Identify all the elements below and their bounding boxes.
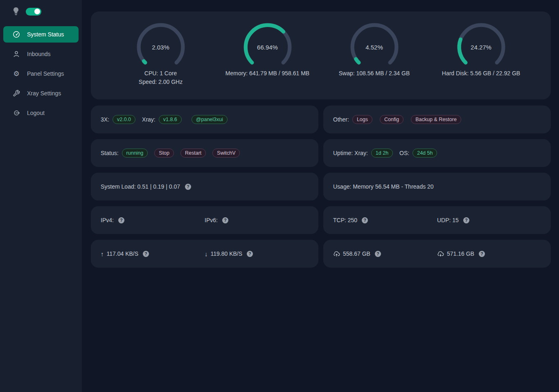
- sidebar-item-label: Inbounds: [27, 51, 51, 57]
- telegram-tag[interactable]: @panel3xui: [192, 115, 228, 124]
- disk-gauge-block: 24.27% Hard Disk: 5.56 GB / 22.92 GB: [428, 22, 534, 78]
- cloud-download-icon: [437, 250, 444, 257]
- memory-gauge-block: 66.94% Memory: 641.79 MB / 958.61 MB: [214, 22, 321, 78]
- uptime-os-label: OS:: [399, 150, 409, 156]
- usage-card: Usage: Memory 56.54 MB - Threads 20: [323, 173, 551, 201]
- system-load-card: System Load: 0.51 | 0.19 | 0.07 ?: [91, 173, 318, 201]
- theme-toggle[interactable]: [26, 8, 41, 16]
- question-icon[interactable]: ?: [479, 251, 485, 257]
- sidebar-item-panel-settings[interactable]: ⚙ Panel Settings: [3, 65, 79, 82]
- 3x-label: 3X:: [101, 116, 109, 123]
- other-label: Other:: [333, 116, 349, 123]
- question-icon[interactable]: ?: [143, 251, 149, 257]
- question-icon[interactable]: ?: [463, 217, 469, 223]
- question-icon[interactable]: ?: [247, 251, 253, 257]
- tcp-count-text: TCP: 250: [333, 217, 357, 223]
- disk-gauge-percent: 24.27%: [456, 22, 506, 72]
- xray-status-card: Status: running Stop Restart SwitchV: [91, 139, 318, 167]
- stop-button[interactable]: Stop: [154, 149, 174, 158]
- logout-icon: [13, 109, 20, 117]
- sidebar-menu: System Status Inbounds ⚙ Panel Settings …: [0, 26, 82, 121]
- sidebar-item-inbounds[interactable]: Inbounds: [3, 46, 79, 62]
- sidebar-item-label: Xray Settings: [27, 90, 61, 97]
- question-icon[interactable]: ?: [222, 217, 228, 223]
- connections-card: TCP: 250 ? UDP: 15 ?: [323, 206, 551, 234]
- gauges-card: 2.03% CPU: 1 Core Speed: 2.00 GHz 66.94%…: [91, 11, 551, 99]
- traffic-card: 558.67 GB ? 571.16 GB ?: [323, 240, 551, 268]
- cloud-upload-icon: [333, 250, 340, 257]
- cpu-gauge-chart: 2.03%: [136, 22, 186, 72]
- question-icon[interactable]: ?: [118, 217, 124, 223]
- usage-text: Usage: Memory 56.54 MB - Threads 20: [333, 183, 434, 190]
- sidebar-item-label: System Status: [27, 31, 64, 38]
- udp-count-text: UDP: 15: [437, 217, 459, 223]
- system-load-text: System Load: 0.51 | 0.19 | 0.07: [101, 183, 180, 190]
- logs-button[interactable]: Logs: [352, 115, 372, 124]
- lightbulb-icon: [13, 7, 19, 16]
- upload-speed-text: 117.04 KB/S: [107, 250, 139, 257]
- versions-card: 3X: v2.0.0 Xray: v1.8.6 @panel3xui: [91, 106, 318, 133]
- restart-button[interactable]: Restart: [180, 149, 206, 158]
- theme-row: [0, 7, 82, 16]
- uptime-xray-badge: 1d 2h: [371, 149, 393, 158]
- ipv6-label: IPv6:: [205, 217, 218, 223]
- wrench-icon: [13, 90, 20, 97]
- cpu-gauge-block: 2.03% CPU: 1 Core Speed: 2.00 GHz: [107, 22, 214, 86]
- swap-gauge-block: 4.52% Swap: 108.56 MB / 2.34 GB: [321, 22, 428, 78]
- ipv4-label: IPv4:: [101, 217, 114, 223]
- traffic-received-text: 571.16 GB: [447, 250, 474, 257]
- memory-gauge-chart: 66.94%: [243, 22, 293, 72]
- download-arrow-icon: ↓: [205, 250, 208, 257]
- uptime-xray-label: Uptime: Xray:: [333, 150, 368, 156]
- uptime-card: Uptime: Xray: 1d 2h OS: 24d 5h: [323, 139, 551, 167]
- swap-gauge-chart: 4.52%: [349, 22, 399, 72]
- 3x-version-tag: v2.0.0: [113, 115, 135, 124]
- xray-label: Xray:: [142, 116, 156, 123]
- toggle-knob: [34, 9, 40, 14]
- sidebar-item-xray-settings[interactable]: Xray Settings: [3, 85, 79, 101]
- switch-version-button[interactable]: SwitchV: [212, 149, 240, 158]
- sidebar-item-label: Panel Settings: [27, 70, 64, 77]
- sidebar: System Status Inbounds ⚙ Panel Settings …: [0, 0, 82, 392]
- disk-gauge-chart: 24.27%: [456, 22, 506, 72]
- backup-restore-button[interactable]: Backup & Restore: [411, 115, 461, 124]
- status-label: Status:: [101, 150, 119, 156]
- sidebar-item-system-status[interactable]: System Status: [3, 26, 79, 43]
- question-icon[interactable]: ?: [185, 184, 191, 190]
- question-icon[interactable]: ?: [375, 251, 381, 257]
- sidebar-item-logout[interactable]: Logout: [3, 105, 79, 121]
- network-speed-card: ↑ 117.04 KB/S ? ↓ 119.80 KB/S ?: [91, 240, 318, 268]
- dashboard-icon: [13, 31, 20, 38]
- xray-version-tag[interactable]: v1.8.6: [159, 115, 182, 124]
- question-icon[interactable]: ?: [362, 217, 368, 223]
- other-card: Other: Logs Config Backup & Restore: [323, 106, 551, 133]
- gear-icon: ⚙: [13, 70, 20, 77]
- download-speed-text: 119.80 KB/S: [211, 250, 243, 257]
- cpu-gauge-percent: 2.03%: [136, 22, 186, 72]
- upload-arrow-icon: ↑: [101, 250, 104, 257]
- traffic-sent-text: 558.67 GB: [343, 250, 370, 257]
- config-button[interactable]: Config: [380, 115, 403, 124]
- stat-cards-grid: 3X: v2.0.0 Xray: v1.8.6 @panel3xui Other…: [91, 106, 551, 268]
- sidebar-item-label: Logout: [27, 110, 45, 116]
- uptime-os-badge: 24d 5h: [412, 149, 437, 158]
- status-running-badge: running: [122, 149, 148, 158]
- main-content: 2.03% CPU: 1 Core Speed: 2.00 GHz 66.94%…: [82, 0, 559, 392]
- swap-gauge-percent: 4.52%: [349, 22, 399, 72]
- memory-gauge-percent: 66.94%: [243, 22, 293, 72]
- user-icon: [13, 50, 20, 58]
- ip-card: IPv4: ? IPv6: ?: [91, 206, 318, 234]
